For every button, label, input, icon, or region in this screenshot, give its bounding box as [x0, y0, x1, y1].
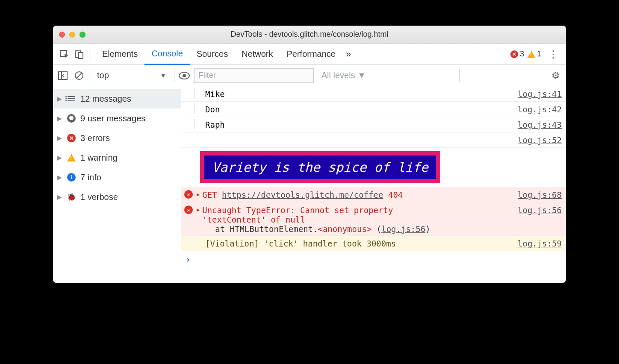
stack-source-link[interactable]: log.js:56: [381, 224, 425, 234]
expand-icon[interactable]: ▶: [196, 204, 202, 213]
filter-input[interactable]: [194, 68, 314, 83]
sidebar-item-label: 9 user messages: [80, 114, 145, 123]
log-row[interactable]: Mike log.js:41: [181, 86, 566, 102]
tab-elements[interactable]: Elements: [95, 44, 144, 65]
tab-network[interactable]: Network: [235, 44, 280, 65]
caret-icon: ▶: [57, 95, 62, 102]
console-body: ▶ 12 messages ▶ 9 user messages ▶ ✕ 3 er…: [53, 86, 566, 283]
source-link[interactable]: log.js:56: [518, 204, 562, 215]
log-row[interactable]: Don log.js:42: [181, 102, 566, 117]
log-levels-select[interactable]: All levels ▼: [317, 70, 370, 80]
log-row[interactable]: log.js:52: [181, 132, 566, 148]
caret-icon: ▶: [57, 135, 62, 141]
console-toolbar: top ▼ All levels ▼ ⚙: [53, 65, 566, 86]
source-link[interactable]: log.js:42: [518, 103, 562, 114]
violation-message: [Violation] 'click' handler took 3000ms: [181, 238, 518, 248]
sidebar-item-label: 3 errors: [80, 133, 110, 143]
context-label: top: [97, 70, 109, 80]
source-link[interactable]: log.js:52: [518, 134, 562, 145]
error-icon: ✕: [181, 189, 196, 199]
bug-icon: 🐞: [67, 192, 76, 202]
warning-count: 1: [537, 50, 541, 59]
divider: [459, 69, 460, 82]
log-message: Don: [194, 103, 518, 114]
window-title: DevTools - devtools.glitch.me/console/lo…: [53, 30, 566, 39]
toggle-sidebar-icon[interactable]: [56, 71, 69, 80]
tab-console[interactable]: Console: [144, 44, 189, 65]
stack-frame: at HTMLButtonElement.<anonymous> (log.js…: [202, 224, 518, 234]
source-link[interactable]: log.js:68: [518, 189, 562, 200]
expand-icon[interactable]: ▶: [196, 189, 202, 197]
status-code: 404: [388, 190, 403, 200]
error-icon: ✕: [181, 204, 196, 214]
sidebar-item-errors[interactable]: ▶ ✕ 3 errors: [53, 128, 181, 148]
error-message: Uncaught TypeError: Cannot set property …: [202, 204, 518, 234]
error-icon: ✕: [510, 50, 518, 58]
device-toolbar-icon[interactable]: [72, 47, 86, 62]
svg-rect-2: [79, 53, 83, 59]
user-icon: [67, 114, 76, 123]
context-select[interactable]: top ▼: [93, 70, 171, 80]
sidebar-item-label: 12 messages: [80, 94, 131, 104]
error-icon: ✕: [67, 134, 76, 142]
kebab-menu-icon[interactable]: ⋮: [545, 48, 562, 60]
sidebar-item-messages[interactable]: ▶ 12 messages: [53, 89, 181, 109]
sidebar-item-label: 7 info: [80, 173, 101, 182]
titlebar: DevTools - devtools.glitch.me/console/lo…: [53, 26, 566, 44]
sidebar-item-user-messages[interactable]: ▶ 9 user messages: [53, 109, 181, 128]
more-tabs-icon[interactable]: »: [342, 49, 354, 60]
sidebar-item-label: 1 warning: [80, 153, 118, 163]
source-link[interactable]: log.js:41: [518, 88, 562, 99]
styled-log-message: Variety is the spice of life: [200, 151, 440, 183]
console-prompt[interactable]: ›: [181, 251, 566, 267]
log-message: Raph: [194, 119, 518, 129]
panel-tabstrip: Elements Console Sources Network Perform…: [53, 44, 566, 65]
log-message: [181, 134, 518, 135]
caret-icon: ▶: [57, 194, 62, 200]
caret-icon: ▶: [57, 174, 62, 181]
error-row[interactable]: ✕ ▶ Uncaught TypeError: Cannot set prope…: [181, 203, 566, 236]
warning-count-badge[interactable]: 1: [528, 50, 541, 59]
svg-point-8: [183, 74, 186, 77]
log-row[interactable]: Raph log.js:43: [181, 117, 566, 132]
error-count-badge[interactable]: ✕ 3: [510, 50, 524, 59]
console-output: Mike log.js:41 Don log.js:42 Raph log.js…: [181, 86, 566, 283]
log-message: Mike: [194, 88, 518, 99]
violation-row[interactable]: [Violation] 'click' handler took 3000ms …: [181, 236, 566, 251]
sidebar-item-verbose[interactable]: ▶ 🐞 1 verbose: [53, 187, 181, 207]
divider: [91, 48, 91, 61]
devtools-window: DevTools - devtools.glitch.me/console/lo…: [53, 26, 566, 283]
caret-icon: ▶: [57, 154, 62, 161]
chevron-down-icon: ▼: [160, 72, 166, 79]
error-row[interactable]: ✕ ▶ GET https://devtools.glitch.me/coffe…: [181, 187, 566, 203]
prompt-icon: ›: [186, 255, 190, 264]
error-count: 3: [520, 50, 524, 59]
info-icon: i: [67, 173, 76, 182]
tab-sources[interactable]: Sources: [190, 44, 235, 65]
inspect-element-icon[interactable]: [57, 47, 72, 62]
divider: [89, 69, 89, 82]
sidebar-item-label: 1 verbose: [80, 192, 118, 202]
live-expression-icon[interactable]: [178, 72, 191, 79]
sidebar-item-warnings[interactable]: ▶ 1 warning: [53, 148, 181, 167]
sidebar-item-info[interactable]: ▶ i 7 info: [53, 167, 181, 187]
tab-performance[interactable]: Performance: [280, 44, 343, 65]
console-sidebar: ▶ 12 messages ▶ 9 user messages ▶ ✕ 3 er…: [53, 86, 181, 283]
warning-icon: [528, 51, 535, 58]
list-icon: [67, 96, 76, 101]
request-url[interactable]: https://devtools.glitch.me/coffee: [222, 190, 383, 200]
caret-icon: ▶: [57, 115, 62, 122]
warning-icon: [67, 154, 76, 161]
clear-console-icon[interactable]: [73, 71, 85, 80]
divider: [174, 69, 174, 82]
svg-line-6: [77, 73, 82, 78]
styled-log-row[interactable]: Variety is the spice of life: [181, 148, 566, 187]
error-message: GET https://devtools.glitch.me/coffee 40…: [202, 189, 518, 200]
source-link[interactable]: log.js:43: [518, 119, 562, 129]
source-link[interactable]: log.js:59: [518, 238, 562, 248]
gear-icon[interactable]: ⚙: [549, 70, 563, 81]
